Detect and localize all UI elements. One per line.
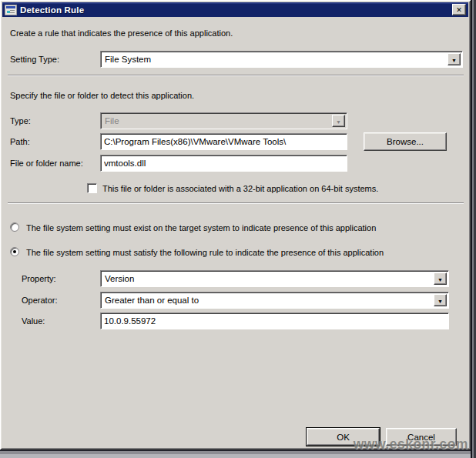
dialog-icon — [5, 5, 17, 15]
divider — [8, 202, 464, 204]
file-section-heading: Specify the file or folder to detect thi… — [10, 91, 194, 100]
type-value: File — [101, 116, 332, 125]
arch-32bit-checkbox[interactable] — [87, 183, 97, 193]
divider — [8, 75, 464, 76]
path-input[interactable] — [100, 133, 347, 150]
chevron-down-glyph: ▼ — [437, 277, 443, 282]
setting-type-value: File System — [101, 55, 448, 64]
chevron-down-glyph: ▼ — [336, 119, 341, 125]
setting-type-dropdown[interactable]: File System ▼ — [100, 51, 463, 68]
radio-exist-label: The file system setting must exist on th… — [26, 223, 376, 232]
background-edge — [471, 0, 476, 458]
type-label: Type: — [10, 116, 31, 125]
setting-type-label: Setting Type: — [10, 55, 59, 64]
chevron-down-icon: ▼ — [332, 115, 345, 127]
chevron-down-icon[interactable]: ▼ — [434, 294, 447, 306]
chevron-down-icon[interactable]: ▼ — [448, 53, 461, 65]
file-name-label: File or folder name: — [10, 159, 83, 168]
chevron-down-glyph: ▼ — [451, 58, 457, 63]
close-icon: ✕ — [456, 6, 462, 14]
close-button[interactable]: ✕ — [452, 4, 466, 15]
value-input[interactable] — [100, 313, 449, 329]
radio-satisfy-label: The file system setting must satisfy the… — [26, 248, 384, 257]
radio-satisfy-option[interactable] — [10, 247, 19, 256]
type-dropdown: File ▼ — [100, 112, 347, 129]
ok-button[interactable]: OK — [307, 428, 380, 446]
arch-32bit-checkbox-label: This file or folder is associated with a… — [102, 184, 378, 193]
screen: Detection Rule ✕ Create a rule that indi… — [0, 0, 476, 458]
intro-text: Create a rule that indicates the presenc… — [10, 28, 233, 38]
property-value: Version — [101, 274, 434, 283]
value-label: Value: — [22, 316, 45, 326]
detection-rule-dialog: Detection Rule ✕ Create a rule that indi… — [0, 0, 471, 450]
operator-value: Greater than or equal to — [101, 296, 434, 305]
operator-label: Operator: — [22, 296, 57, 305]
path-label: Path: — [10, 137, 30, 146]
background-edge — [0, 450, 471, 458]
window-title: Detection Rule — [20, 5, 84, 15]
chevron-down-glyph: ▼ — [437, 299, 443, 304]
chevron-down-icon[interactable]: ▼ — [434, 272, 447, 285]
property-dropdown[interactable]: Version ▼ — [100, 270, 449, 287]
cancel-button[interactable]: Cancel — [386, 428, 457, 446]
browse-button[interactable]: Browse... — [364, 132, 447, 151]
property-label: Property: — [22, 274, 56, 283]
operator-dropdown[interactable]: Greater than or equal to ▼ — [100, 292, 449, 309]
radio-exist-option[interactable] — [10, 222, 19, 232]
titlebar: Detection Rule ✕ — [2, 2, 468, 17]
file-name-input[interactable] — [100, 155, 347, 172]
